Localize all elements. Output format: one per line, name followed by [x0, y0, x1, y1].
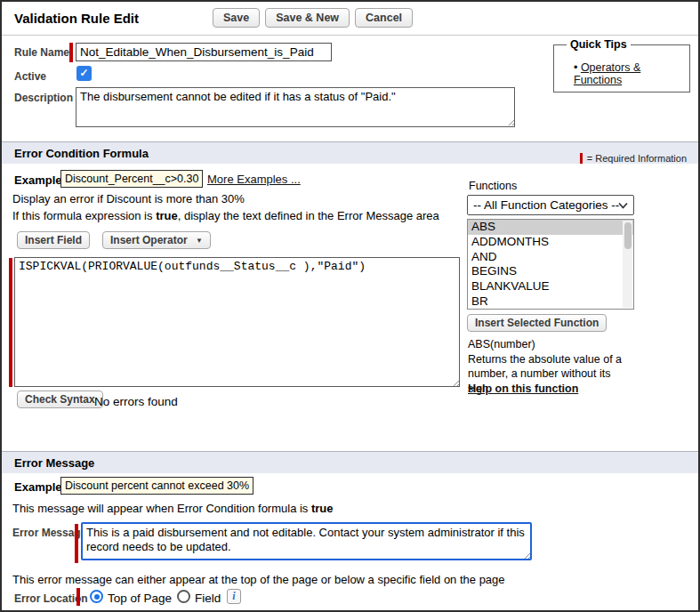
insert-field-button[interactable]: Insert Field [17, 231, 90, 249]
message-example-label: Example: [14, 480, 66, 494]
help-on-function-link[interactable]: Help on this function [468, 382, 578, 395]
insert-selected-function-button[interactable]: Insert Selected Function [467, 314, 607, 332]
message-appear-hint: This message will appear when Error Cond… [12, 502, 334, 515]
quick-tips-item: • Operators & Functions [561, 56, 682, 86]
formula-example-box: Discount_Percent__c>0.30 [60, 170, 203, 188]
radio-top-of-page-label: Top of Page [108, 592, 172, 605]
required-information-note: = Required Information [580, 148, 687, 169]
validation-rule-edit-page: Validation Rule Edit Save Save & New Can… [0, 0, 700, 612]
checkmark-icon: ✓ [79, 67, 88, 79]
radio-field-label: Field [195, 592, 221, 605]
function-list-item[interactable]: BEGINS [468, 264, 633, 279]
function-category-select[interactable]: -- All Function Categories -- [467, 195, 634, 215]
save-and-new-button[interactable]: Save & New [265, 8, 350, 28]
description-label: Description [14, 92, 73, 104]
function-list-item[interactable]: BLANKVALUE [468, 279, 633, 294]
quick-tips-box: Quick Tips • Operators & Functions [553, 38, 690, 93]
function-list-item[interactable]: ABS [468, 220, 633, 235]
active-label: Active [14, 70, 46, 83]
error-message-required-bar [75, 524, 78, 563]
bullet-icon: • [574, 61, 577, 74]
functions-listbox[interactable]: ABS ADDMONTHS AND BEGINS BLANKVALUE BR [467, 219, 634, 310]
dropdown-arrow-icon: ▼ [196, 237, 203, 245]
section-header-error-condition-formula: Error Condition Formula = Required Infor… [2, 141, 698, 164]
formula-example-label: Example: [14, 173, 66, 187]
formula-example-caption: Display an error if Discount is more tha… [12, 192, 245, 205]
error-location-hint: This error message can either appear at … [12, 573, 505, 586]
info-icon[interactable]: i [227, 589, 241, 604]
syntax-result-text: No errors found [94, 395, 178, 408]
rule-name-required-bar [69, 43, 73, 62]
radio-field[interactable] [177, 590, 190, 603]
error-message-textarea[interactable]: This is a paid disbursement and not edit… [81, 522, 532, 560]
save-button[interactable]: Save [213, 8, 260, 28]
description-textarea[interactable]: The disbursement cannot be edited if it … [76, 87, 515, 127]
rule-name-label: Rule Name [14, 46, 69, 59]
function-signature: ABS(number) [468, 338, 535, 350]
chevron-down-icon [618, 202, 628, 209]
check-syntax-button[interactable]: Check Syntax [17, 391, 103, 408]
page-title: Validation Rule Edit [14, 11, 139, 26]
formula-required-bar [9, 258, 12, 387]
section-title: Error Message [2, 456, 94, 470]
operators-functions-link[interactable]: Operators & Functions [574, 61, 640, 86]
radio-top-of-page[interactable] [90, 590, 103, 603]
function-list-item[interactable]: BR [468, 294, 633, 310]
section-header-error-message: Error Message [2, 451, 698, 473]
formula-textarea[interactable]: ISPICKVAL(PRIORVALUE(outfunds__Status__c… [14, 257, 460, 387]
rule-name-input[interactable] [76, 43, 332, 61]
function-list-item[interactable]: ADDMONTHS [468, 235, 633, 250]
insert-operator-button[interactable]: Insert Operator ▼ [102, 231, 211, 249]
top-toolbar: Validation Rule Edit Save Save & New Can… [2, 2, 698, 36]
formula-hint: If this formula expression is true, disp… [12, 209, 439, 222]
required-bar-icon [580, 153, 583, 164]
more-examples-link[interactable]: More Examples ... [207, 173, 301, 186]
functions-label: Functions [469, 180, 517, 192]
function-list-item[interactable]: AND [468, 250, 633, 265]
active-checkbox[interactable]: ✓ [76, 66, 92, 81]
quick-tips-title: Quick Tips [567, 38, 631, 51]
error-location-required-bar [76, 588, 80, 606]
cancel-button[interactable]: Cancel [355, 8, 413, 28]
scrollbar-thumb[interactable] [624, 222, 632, 249]
message-example-box: Discount percent cannot exceed 30% [60, 477, 253, 495]
section-title: Error Condition Formula [2, 147, 149, 160]
toolbar-buttons: Save Save & New Cancel [213, 8, 413, 28]
listbox-scrollbar[interactable] [623, 221, 632, 308]
